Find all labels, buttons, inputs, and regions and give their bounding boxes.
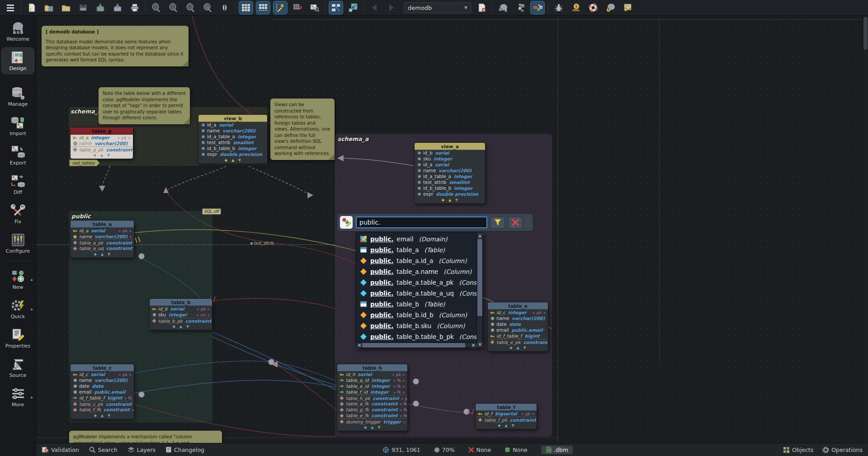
suggestion-item[interactable]: public.email(Domain) xyxy=(358,234,476,244)
split-view-button[interactable] xyxy=(218,1,231,14)
undo-button[interactable] xyxy=(368,1,381,14)
svg-text:?: ? xyxy=(608,8,610,12)
diagram-table-view_b[interactable]: view_bid_aserialnamevarchar(200)id_a_tab… xyxy=(198,114,268,164)
new-model-button[interactable] xyxy=(25,1,38,14)
diagram-table-table_h[interactable]: table_hid_hserial« pk »table_a_idinteger… xyxy=(337,364,408,431)
open-model-button[interactable] xyxy=(59,1,73,14)
pack-objects-button[interactable] xyxy=(346,1,360,14)
suggestion-item[interactable]: public.table_b(Table) xyxy=(358,299,476,310)
model-selector-value: demodb xyxy=(408,5,462,11)
model-file-tab[interactable]: .dbm xyxy=(541,446,573,454)
sidebar-item-quick[interactable]: Quick▸ xyxy=(2,296,34,322)
close-model-button[interactable] xyxy=(475,1,489,14)
diagram-table-table_e[interactable]: table_eid_cinteger« pk »namevarchar(200)… xyxy=(487,302,548,352)
export-deploy-button[interactable] xyxy=(514,1,527,14)
overview-button[interactable] xyxy=(201,1,214,14)
recent-models-button[interactable] xyxy=(42,1,56,14)
model-canvas[interactable]: schema_bpublicSQL offschema_a[ demodb da… xyxy=(36,16,868,443)
normal-zoom-button[interactable] xyxy=(166,1,180,14)
redo-button[interactable] xyxy=(385,1,398,14)
license-button[interactable] xyxy=(621,1,634,14)
suggestion-item[interactable]: public.table_b.id_b(Column) xyxy=(358,310,476,320)
align-to-grid-button[interactable] xyxy=(256,1,270,14)
column-type: integer xyxy=(508,310,527,315)
print-button[interactable] xyxy=(128,1,142,14)
main-menu-button[interactable] xyxy=(4,1,17,14)
text-note-n2[interactable]: Note the table below with a different co… xyxy=(99,87,190,124)
scroll-down-icon[interactable]: ▼ xyxy=(477,342,483,348)
text-note-n3[interactable]: Views can be constructed from references… xyxy=(270,99,335,160)
import-file-button[interactable] xyxy=(111,1,124,14)
sidebar-item-design[interactable]: Design xyxy=(2,48,34,74)
scroll-thumb[interactable] xyxy=(362,343,465,348)
scroll-up-icon[interactable]: ▲ xyxy=(477,233,483,239)
statusbar-search-button[interactable]: Search xyxy=(89,447,118,453)
zoom-out-button[interactable] xyxy=(149,1,163,14)
sidebar-item-import[interactable]: Import xyxy=(2,113,34,139)
statusbar-button-label: Changelog xyxy=(174,447,204,453)
scroll-left-icon[interactable]: ◀ xyxy=(356,343,362,348)
donate-button[interactable]: $ xyxy=(569,1,583,14)
connection-status-badge[interactable]: None xyxy=(505,447,528,453)
expand-icon: ▼ xyxy=(107,153,110,157)
object-search-input[interactable] xyxy=(356,216,487,228)
filter-button[interactable] xyxy=(491,216,505,229)
save-as-button[interactable] xyxy=(94,1,107,14)
sidebar-item-export[interactable]: Export xyxy=(2,142,34,168)
sidebar-item-label: New xyxy=(13,284,24,290)
close-popup-button[interactable] xyxy=(508,216,523,229)
diagram-table-table_b[interactable]: table_bid_bserial« pk »skuinteger« nn »t… xyxy=(149,298,212,330)
plugins-button[interactable] xyxy=(531,1,544,14)
bug-report-button[interactable] xyxy=(552,1,566,14)
suggestion-item[interactable]: public.table_a.table_a_pk(Constraint) xyxy=(358,277,476,288)
scroll-right-icon[interactable]: ▶ xyxy=(471,343,476,348)
compact-view-button[interactable] xyxy=(291,1,304,14)
show-grid-button[interactable] xyxy=(239,1,253,14)
suggestion-item[interactable]: public.table_b.sku(Column) xyxy=(358,320,476,331)
diagram-table-table_g[interactable]: table_gid_ainteger« pk »namevarchar(200)… xyxy=(70,127,133,159)
scrollbar-thumb[interactable] xyxy=(863,17,868,50)
suggestion-item[interactable]: public.table_a.id_a(Column) xyxy=(358,255,476,266)
sidebar-item-diff[interactable]: Diff xyxy=(2,172,34,197)
statusbar-validation-button[interactable]: Validation xyxy=(42,447,79,453)
objects-icon xyxy=(783,447,790,453)
sidebar-item-fix[interactable]: Fix xyxy=(2,201,34,227)
sidebar-item-configure[interactable]: Configure xyxy=(2,230,34,256)
suggestion-item[interactable]: public.table_a.table_a_uq(Constraint) xyxy=(358,288,476,299)
sidebar-item-new[interactable]: New▸ xyxy=(2,267,34,292)
sidebar-item-welcome[interactable]: Welcome xyxy=(2,19,34,44)
list-horizontal-scrollbar[interactable]: ◀▶ xyxy=(356,342,476,348)
statusbar-layers-button[interactable]: Layers xyxy=(127,447,156,453)
sidebar-item-source[interactable]: Source xyxy=(2,355,34,381)
diagram-table-table_c[interactable]: table_cid_cserial« pk »namevarchar(200)d… xyxy=(70,364,134,419)
sidebar-item-properties[interactable]: Properties xyxy=(2,325,34,351)
about-button[interactable]: ? xyxy=(604,1,617,14)
suggestion-item[interactable]: public.table_a.name(Column) xyxy=(358,266,476,277)
scroll-thumb[interactable] xyxy=(477,239,482,316)
edit-mode-button[interactable] xyxy=(274,1,287,14)
statusbar-operations-toggle[interactable]: Operations xyxy=(822,447,863,453)
sidebar-item-more[interactable]: More▸ xyxy=(2,384,34,410)
sidebar-item-manage[interactable]: Manage xyxy=(2,84,34,109)
diagram-table-table_f[interactable]: table_fid_fbigserial« pk »table_f_pkcons… xyxy=(475,403,537,429)
manage-server-button[interactable] xyxy=(496,1,510,14)
validation-status-badge[interactable]: None xyxy=(468,447,491,453)
statusbar-objects-toggle[interactable]: Objects xyxy=(783,447,813,453)
statusbar-changelog-button[interactable]: Changelog xyxy=(165,447,204,453)
arrange-objects-button[interactable] xyxy=(329,1,343,14)
popup-grip-handle[interactable] xyxy=(526,217,530,228)
text-note-n1[interactable]: [ demodb database ]This database model d… xyxy=(42,26,189,66)
object-finder-button[interactable] xyxy=(308,1,321,14)
canvas-vertical-scrollbar[interactable] xyxy=(862,16,868,443)
model-selector[interactable]: demodb▼ xyxy=(404,2,472,13)
diagram-table-view_a[interactable]: view_aid_bserialskuintegerid_aserialname… xyxy=(414,142,486,204)
list-vertical-scrollbar[interactable]: ▲▼ xyxy=(476,233,482,348)
save-model-button[interactable] xyxy=(76,1,90,14)
text-note-n4[interactable]: pgModeler implements a mechanism called … xyxy=(69,431,222,443)
suggestion-item[interactable]: public.table_a(Table) xyxy=(358,244,476,255)
tag-red-tables[interactable]: red_tables xyxy=(69,160,99,166)
suggestion-item[interactable]: public.table_b.table_b_pk(Constraint) xyxy=(358,331,476,342)
diagram-table-table_a[interactable]: table_aid_aserial« pk »namevarchar(200)«… xyxy=(70,220,134,258)
support-button[interactable] xyxy=(586,1,600,14)
zoom-in-button[interactable] xyxy=(184,1,197,14)
